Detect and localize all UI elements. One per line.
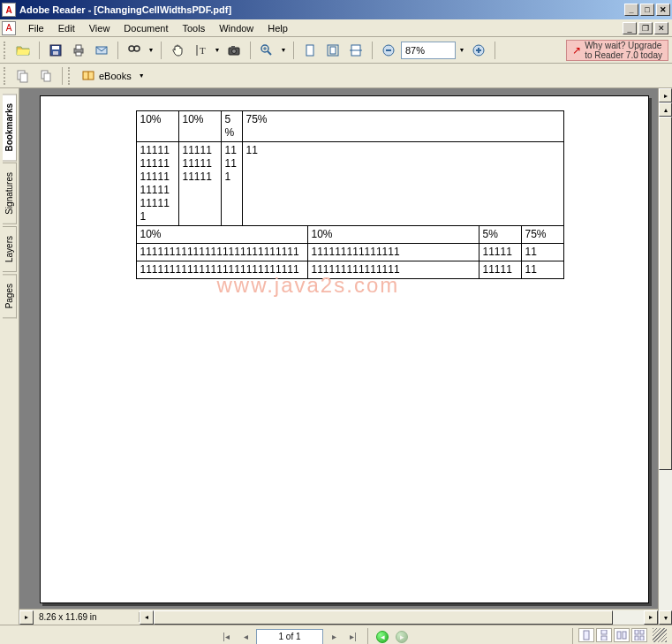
ebooks-button[interactable]: eBooks ▼ <box>77 66 149 86</box>
actual-size-button[interactable] <box>299 40 321 61</box>
back-button[interactable]: ◂ <box>374 629 391 645</box>
horizontal-scrollbar[interactable]: ◂ ▸ <box>140 610 658 625</box>
svg-rect-32 <box>44 73 50 81</box>
open-button[interactable] <box>12 40 34 61</box>
facing-view-button[interactable] <box>614 628 630 642</box>
fit-width-button[interactable] <box>345 40 366 61</box>
document-icon: A <box>2 21 16 35</box>
zoom-out-button[interactable] <box>378 40 399 61</box>
menu-help[interactable]: Help <box>260 21 295 35</box>
mdi-close-button[interactable]: ✕ <box>654 22 668 34</box>
svg-rect-21 <box>330 47 336 54</box>
zoom-dropdown[interactable]: ▼ <box>279 47 288 53</box>
table-cell: 111111111111111 <box>307 244 479 261</box>
search-dropdown[interactable]: ▼ <box>147 47 155 53</box>
fit-page-button[interactable] <box>322 40 344 61</box>
single-page-view-button[interactable] <box>578 628 594 642</box>
save-button[interactable] <box>45 40 66 61</box>
menu-window[interactable]: Window <box>212 21 260 35</box>
close-button[interactable]: ✕ <box>656 4 670 16</box>
text-select-button[interactable]: T <box>190 40 211 61</box>
title-bar: A Adobe Reader - [ChangingCellWidthsPDF.… <box>0 0 672 19</box>
svg-rect-39 <box>623 632 626 639</box>
maximize-button[interactable]: □ <box>640 4 654 16</box>
svg-line-16 <box>268 51 271 55</box>
zoom-in2-button[interactable] <box>468 40 489 61</box>
search-button[interactable] <box>124 40 145 61</box>
scroll-thumb[interactable] <box>154 610 613 625</box>
svg-rect-40 <box>635 630 638 634</box>
hand-tool-button[interactable] <box>167 40 188 61</box>
table-cell: 111111111111111 <box>307 261 479 279</box>
bottom-bar: ▸ 8.26 x 11.69 in ◂ ▸ <box>19 609 658 625</box>
scroll-down-button[interactable]: ▾ <box>659 610 672 625</box>
window-title: Adobe Reader - [ChangingCellWidthsPDF.pd… <box>19 4 624 15</box>
menu-document[interactable]: Document <box>117 21 175 35</box>
chevron-down-icon: ▼ <box>139 72 145 79</box>
toolbar-grip[interactable] <box>4 42 7 59</box>
mdi-minimize-button[interactable]: _ <box>623 22 637 34</box>
next-page-button[interactable]: ▸ <box>325 629 343 645</box>
menu-tools[interactable]: Tools <box>176 21 213 35</box>
last-page-button[interactable]: ▸| <box>344 629 362 645</box>
zoom-level-dropdown[interactable]: ▼ <box>457 47 466 53</box>
svg-rect-38 <box>617 632 621 639</box>
continuous-view-button[interactable] <box>596 628 612 642</box>
svg-rect-30 <box>20 73 27 82</box>
tab-bookmarks[interactable]: Bookmarks <box>3 94 17 161</box>
minimize-button[interactable]: _ <box>624 4 638 16</box>
scroll-track[interactable] <box>154 610 644 625</box>
table-cell: 111111111111111 <box>178 142 221 226</box>
menu-edit[interactable]: Edit <box>51 21 82 35</box>
first-page-button[interactable]: |◂ <box>217 629 235 645</box>
table-cell: 10% <box>136 226 307 244</box>
continuous-facing-view-button[interactable] <box>631 628 647 642</box>
resize-grip[interactable] <box>653 628 667 642</box>
tab-signatures[interactable]: Signatures <box>3 163 17 224</box>
toolbar-grip[interactable] <box>4 67 7 85</box>
toolbar-main: ▼ T ▼ ▼ ▼ ↗ Why wait? Upgrade to Reader … <box>0 37 672 64</box>
mdi-restore-button[interactable]: ❐ <box>638 22 653 34</box>
copy-button[interactable] <box>35 65 57 87</box>
tab-layers[interactable]: Layers <box>3 226 17 272</box>
svg-rect-2 <box>53 51 58 55</box>
status-bar: |◂ ◂ 1 of 1 ▸ ▸| ◂ ▸ <box>0 625 672 644</box>
svg-rect-41 <box>640 630 644 634</box>
document-area: www.java2s.com 10% 10% 5% 75% 1111111111… <box>19 88 658 625</box>
scroll-right-button[interactable]: ▸ <box>644 610 658 625</box>
forward-button[interactable]: ▸ <box>393 629 411 645</box>
table-cell: 75% <box>242 111 563 142</box>
scroll-up-button[interactable]: ▴ <box>659 102 672 117</box>
svg-point-13 <box>232 49 237 53</box>
svg-rect-37 <box>601 636 607 640</box>
menu-file[interactable]: File <box>21 21 51 35</box>
tab-pages[interactable]: Pages <box>3 274 17 318</box>
toolbar-grip[interactable] <box>68 67 72 85</box>
pdf-page: www.java2s.com 10% 10% 5% 75% 1111111111… <box>40 95 649 603</box>
menu-view[interactable]: View <box>82 21 117 35</box>
page-number-display[interactable]: 1 of 1 <box>256 629 323 645</box>
select-dropdown[interactable]: ▼ <box>213 47 222 53</box>
zoom-in-button[interactable] <box>256 40 277 61</box>
vertical-scrollbar[interactable]: ▸ ▴ ▾ <box>658 88 672 625</box>
scroll-thumb[interactable] <box>659 117 672 470</box>
expand-nav-button[interactable]: ▸ <box>19 610 34 625</box>
print-button[interactable] <box>68 40 89 61</box>
upgrade-promo[interactable]: ↗ Why wait? Upgrade to Reader 7.0 today <box>566 40 668 61</box>
scroll-track[interactable] <box>659 117 672 610</box>
table-row: 111111111111111111111111111 111111111111… <box>136 261 563 279</box>
page-viewport[interactable]: www.java2s.com 10% 10% 5% 75% 1111111111… <box>19 88 658 609</box>
ebooks-icon <box>81 69 95 83</box>
svg-rect-5 <box>76 52 81 56</box>
scroll-menu-button[interactable]: ▸ <box>659 88 672 102</box>
table-cell: 10% <box>136 111 178 142</box>
table-cell: 11 <box>242 142 563 226</box>
review-button[interactable] <box>12 65 34 87</box>
email-button[interactable] <box>91 40 112 61</box>
table-cell: 5% <box>221 111 242 142</box>
prev-page-button[interactable]: ◂ <box>237 629 254 645</box>
table-cell: 11111111111111111111111111 <box>136 142 178 226</box>
scroll-left-button[interactable]: ◂ <box>140 610 154 625</box>
snapshot-button[interactable] <box>223 40 245 61</box>
zoom-input[interactable] <box>401 42 456 59</box>
